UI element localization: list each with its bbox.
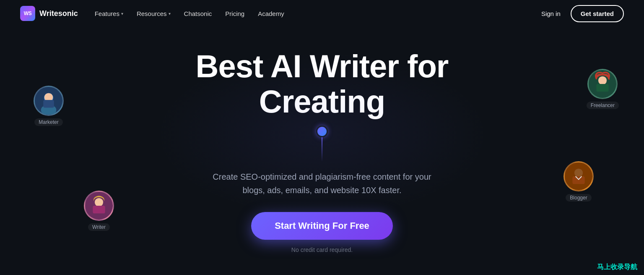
avatar-blogger-label: Blogger xyxy=(566,194,591,202)
hero-connector xyxy=(316,126,328,162)
svg-point-9 xyxy=(574,169,583,177)
chevron-down-icon: ▾ xyxy=(169,11,171,16)
svg-point-6 xyxy=(598,76,607,85)
chevron-down-icon: ▾ xyxy=(121,11,123,16)
avatar-writer-image xyxy=(84,191,114,221)
avatar-freelancer-image xyxy=(587,69,618,99)
nav-links: Features ▾ Resources ▾ Chatsonic Pricing… xyxy=(95,10,284,17)
nav-academy[interactable]: Academy xyxy=(258,10,284,17)
avatar-freelancer-label: Freelancer xyxy=(587,102,619,109)
avatar-writer: Writer xyxy=(84,191,114,231)
nav-features[interactable]: Features ▾ xyxy=(95,10,123,17)
svg-point-12 xyxy=(95,198,103,207)
avatar-marketer-label: Marketer xyxy=(34,118,62,126)
hero-section: Best AI Writer for Creating Create SEO-o… xyxy=(0,27,644,275)
svg-rect-10 xyxy=(572,176,584,184)
avatar-blogger: Blogger xyxy=(564,161,594,202)
watermark: 马上收录导航 xyxy=(597,263,637,272)
connector-line xyxy=(322,136,322,162)
avatar-writer-label: Writer xyxy=(88,223,110,231)
hero-subtitle: Create SEO-optimized and plagiarism-free… xyxy=(205,170,439,197)
svg-rect-7 xyxy=(597,84,609,92)
nav-pricing[interactable]: Pricing xyxy=(225,10,244,17)
nav-resources[interactable]: Resources ▾ xyxy=(137,10,171,17)
sign-in-button[interactable]: Sign in xyxy=(541,10,561,17)
brand-name: Writesonic xyxy=(39,9,78,18)
avatar-marketer: Marketer xyxy=(34,86,64,126)
get-started-button[interactable]: Get started xyxy=(571,5,624,22)
navbar: WS Writesonic Features ▾ Resources ▾ Cha… xyxy=(0,0,644,27)
svg-rect-4 xyxy=(43,100,54,107)
avatar-marketer-image xyxy=(34,86,64,116)
avatar-freelancer: Freelancer xyxy=(587,69,619,109)
avatar-blogger-image xyxy=(564,161,594,191)
nav-right: Sign in Get started xyxy=(541,5,624,22)
hero-title: Best AI Writer for Creating xyxy=(133,49,511,119)
svg-rect-13 xyxy=(93,206,105,213)
nav-chatsonic[interactable]: Chatsonic xyxy=(184,10,212,17)
logo-icon: WS xyxy=(20,6,35,21)
connector-dot xyxy=(316,126,328,137)
no-credit-card-text: No credit card required. xyxy=(291,246,353,253)
nav-left: WS Writesonic Features ▾ Resources ▾ Cha… xyxy=(20,6,284,21)
start-writing-button[interactable]: Start Writing For Free xyxy=(251,212,393,240)
logo[interactable]: WS Writesonic xyxy=(20,6,78,21)
